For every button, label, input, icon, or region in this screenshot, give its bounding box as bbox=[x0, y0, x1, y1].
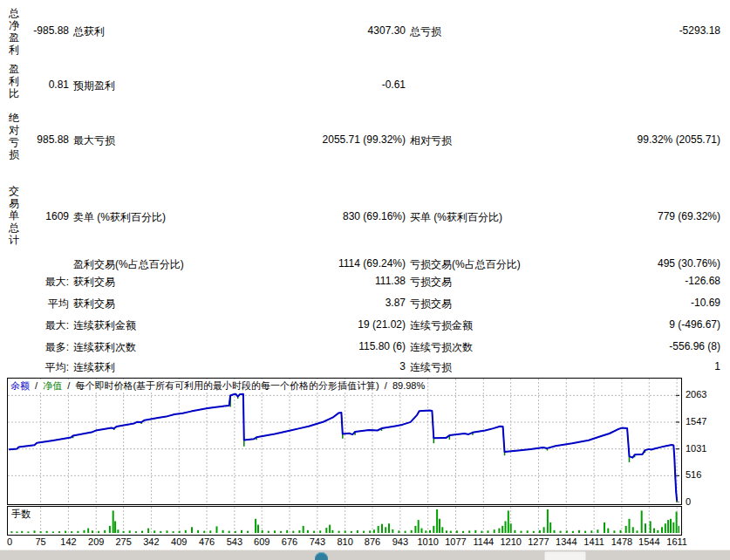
stat-value-right: 99.32% (2055.71) bbox=[488, 133, 720, 146]
chart-legend: 余额 / 净值 / 每个即时价格(基于所有可利用的最小时段的每一个价格的分形插值… bbox=[10, 379, 427, 393]
stat-label-left: 卖单 (%获利百分比) bbox=[73, 210, 166, 225]
stat-label-right: 相对亏损 bbox=[410, 133, 452, 148]
x-tick-label: 1010 bbox=[417, 536, 438, 547]
y-tick-label: 516 bbox=[686, 469, 701, 480]
stat-row: 最大:连续获利金额19 (21.02)连续亏损金额9 (-496.67) bbox=[0, 318, 730, 332]
x-tick-label: 342 bbox=[143, 536, 159, 547]
stat-label-left: 获利交易 bbox=[73, 297, 115, 311]
y-tick-label: 1547 bbox=[686, 416, 706, 427]
stat-label-left: 获利交易 bbox=[73, 275, 115, 290]
backtest-report: 总 净 盈 利盈 利 比绝 对 亏 损交 易 单 总 计 -985.88总获利4… bbox=[0, 0, 730, 560]
stat-value-right: -556.96 (8) bbox=[488, 340, 720, 352]
stat-value-left: 最大: bbox=[17, 318, 69, 333]
stat-value-left: 最多: bbox=[17, 340, 69, 355]
stat-value-left: 平均 bbox=[17, 297, 69, 311]
stat-value-left: 最大: bbox=[17, 275, 69, 290]
stat-value-mid: 111.38 bbox=[174, 275, 406, 287]
stat-value-mid: 3.87 bbox=[174, 297, 406, 309]
x-tick-label: 543 bbox=[227, 536, 242, 547]
x-tick-label: 1210 bbox=[500, 536, 521, 547]
stat-row: 0.81预期盈利-0.61 bbox=[0, 79, 730, 92]
x-tick-label: 1478 bbox=[611, 536, 632, 547]
stat-value-mid: 1114 (69.24%) bbox=[174, 257, 406, 270]
stat-label-left: 连续获利次数 bbox=[73, 340, 136, 355]
x-tick-label: 676 bbox=[282, 536, 297, 547]
x-tick-label: 609 bbox=[254, 536, 269, 547]
x-tick-label: 476 bbox=[199, 536, 215, 547]
stat-label-left: 盈利交易(%占总百分比) bbox=[73, 257, 184, 272]
x-tick-label: 1277 bbox=[528, 536, 549, 547]
stat-label-right: 亏损交易 bbox=[410, 297, 452, 311]
stat-label-left: 最大亏损 bbox=[73, 133, 115, 148]
stat-value-right: 1 bbox=[488, 360, 720, 372]
taskbar-button[interactable] bbox=[544, 551, 586, 560]
stat-label-right: 连续亏损次数 bbox=[410, 340, 473, 355]
win-percent: 89.98% bbox=[392, 380, 425, 391]
stat-row: 平均获利交易3.87亏损交易-10.69 bbox=[0, 297, 730, 311]
x-tick-label: 1611 bbox=[666, 536, 687, 547]
stat-value-left: 0.81 bbox=[17, 79, 69, 91]
stat-label-right: 亏损交易 bbox=[410, 275, 452, 290]
lots-bars-plot bbox=[8, 507, 679, 533]
stat-value-mid: -0.61 bbox=[174, 79, 406, 91]
legend-separator: / bbox=[67, 380, 70, 391]
x-tick-label: 743 bbox=[310, 536, 325, 547]
stat-label-left: 连续获利金额 bbox=[73, 318, 136, 333]
stat-value-left: -985.88 bbox=[17, 24, 69, 37]
stat-label-left: 总获利 bbox=[73, 24, 105, 39]
x-tick-label: 275 bbox=[115, 536, 131, 547]
equity-legend: 净值 bbox=[43, 380, 62, 391]
x-tick-label: 1544 bbox=[638, 536, 659, 547]
stat-value-right: -5293.18 bbox=[488, 24, 720, 37]
x-tick-label: 75 bbox=[35, 536, 45, 547]
x-tick-label: 0 bbox=[7, 536, 12, 547]
stat-label-right: 连续亏损 bbox=[410, 360, 452, 375]
x-axis-labels: 0751422092753424094765436096767438108769… bbox=[7, 536, 696, 549]
stat-value-right: 779 (69.32%) bbox=[488, 210, 720, 222]
x-tick-label: 1077 bbox=[445, 536, 466, 547]
stat-row: 盈利交易(%占总百分比)1114 (69.24%)亏损交易(%占总百分比)495… bbox=[0, 257, 730, 271]
balance-chart: 余额 / 净值 / 每个即时价格(基于所有可利用的最小时段的每一个价格的分形插值… bbox=[7, 378, 682, 505]
stat-row: -985.88总获利4307.30总亏损-5293.18 bbox=[0, 24, 730, 38]
stat-value-mid: 830 (69.16%) bbox=[174, 210, 406, 222]
stat-value-mid: 19 (21.02) bbox=[174, 318, 406, 331]
x-tick-label: 1344 bbox=[556, 536, 576, 547]
legend-separator: / bbox=[385, 380, 387, 391]
x-tick-label: 943 bbox=[392, 536, 408, 547]
y-axis-labels: 2063154710315160 bbox=[686, 378, 729, 509]
x-tick-label: 810 bbox=[337, 536, 352, 547]
x-tick-label: 142 bbox=[60, 536, 76, 547]
stat-value-left: 985.88 bbox=[17, 133, 69, 146]
stat-value-mid: 115.80 (6) bbox=[174, 340, 406, 352]
chart-description: 每个即时价格(基于所有可利用的最小时段的每一个价格的分形插值计算) bbox=[75, 380, 379, 391]
stat-label-left: 预期盈利 bbox=[73, 79, 115, 93]
stat-value-mid: 3 bbox=[174, 360, 406, 372]
legend-separator: / bbox=[35, 380, 38, 391]
stat-value-mid: 2055.71 (99.32%) bbox=[174, 133, 406, 146]
x-tick-label: 209 bbox=[88, 536, 104, 547]
stat-value-left: 1609 bbox=[17, 210, 69, 222]
stat-label-right: 总亏损 bbox=[410, 24, 441, 39]
y-tick-label: 0 bbox=[686, 496, 691, 507]
stat-label-right: 连续亏损金额 bbox=[410, 318, 473, 333]
x-tick-label: 409 bbox=[171, 536, 187, 547]
lots-panel: 手数 bbox=[7, 506, 682, 536]
stat-value-right: 495 (30.76%) bbox=[488, 257, 720, 270]
taskbar-app-icon[interactable] bbox=[315, 552, 328, 560]
stat-label-left: 连续获利 bbox=[73, 360, 115, 375]
stat-value-left: 平均: bbox=[17, 360, 69, 375]
y-tick-label: 1031 bbox=[686, 443, 706, 454]
stat-row: 985.88最大亏损2055.71 (99.32%)相对亏损99.32% (20… bbox=[0, 133, 730, 147]
stat-value-right: 9 (-496.67) bbox=[488, 318, 720, 331]
stat-row: 最多:连续获利次数115.80 (6)连续亏损次数-556.96 (8) bbox=[0, 340, 730, 354]
x-tick-label: 1411 bbox=[583, 536, 604, 547]
stat-row: 最大:获利交易111.38亏损交易-126.68 bbox=[0, 275, 730, 289]
balance-legend: 余额 bbox=[10, 380, 30, 391]
balance-curve-plot bbox=[8, 379, 679, 502]
x-tick-label: 876 bbox=[365, 536, 380, 547]
stat-row: 平均:连续获利3连续亏损1 bbox=[0, 360, 730, 374]
y-tick-label: 2063 bbox=[686, 389, 706, 400]
lots-label: 手数 bbox=[11, 508, 31, 521]
stat-row: 1609卖单 (%获利百分比)830 (69.16%)买单 (%获利百分比)77… bbox=[0, 210, 730, 224]
taskbar bbox=[0, 550, 730, 560]
